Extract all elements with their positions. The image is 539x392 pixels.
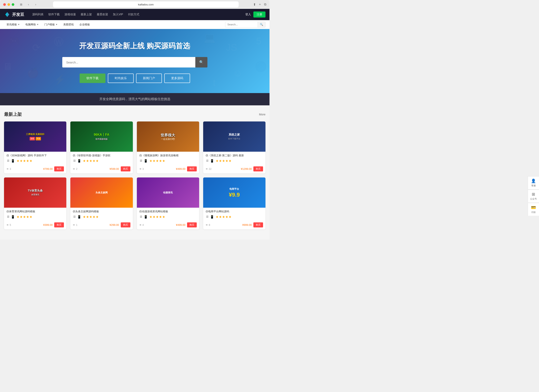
product-name-3: 仿《懂视旅游网》旅游资讯攻略模 [139,154,197,157]
subnav-diannao[interactable]: 电脑网络 ▼ [23,22,41,27]
hero-search-button[interactable]: 🔍 [195,57,207,67]
device-icons-7: 🖥 📱 [139,215,148,219]
product-grid-row2: TV体育头条 体育资讯 仿体育资讯网站源码模板 🖥 📱 ★ ★ [4,177,265,229]
product-image-1: 三界轮回·见面回归 游戏 手游 [4,122,66,152]
mobile-icon: 📱 [144,159,148,163]
tabs-icon[interactable]: ⧉ [264,3,266,6]
sub-nav-search-input[interactable] [225,23,258,26]
minimize-dot[interactable] [7,3,10,6]
mobile-icon: 📱 [210,159,214,163]
device-icons-1: 🖥 📱 [6,159,15,163]
buy-button-8[interactable]: 购买 [253,222,263,227]
new-tab-icon[interactable]: + [259,3,261,6]
nav-yuanma[interactable]: 源码列表 [32,13,43,16]
product-name-5: 仿体育资讯网站源码模板 [6,210,64,213]
product-card-1[interactable]: 三界轮回·见面回归 游戏 手游 仿《3DM游戏网》源码 手游软件下 🖥 📱 [4,122,66,173]
eye-icon: 👁 [139,168,142,170]
close-dot[interactable] [3,3,6,6]
hero-search-input[interactable] [62,57,195,67]
product-views-3: 👁 3 [139,168,144,170]
logo-icon [4,11,10,18]
subnav-meitubizhi[interactable]: 美图壁纸 [61,22,76,27]
hero-title: 开发豆源码全新上线 购买源码首选 [4,41,265,51]
hero-btn-more[interactable]: 更多源码 [164,74,190,83]
sub-navigation: 资讯模板 ▼ 电脑网络 ▼ 门户模板 ▼ 美图壁纸 企业模板 🔍 [0,20,270,29]
subnav-diannao-label: 电脑网络 [25,23,36,26]
product-grid-row1: 三界轮回·见面回归 游戏 手游 仿《3DM游戏网》源码 手游软件下 🖥 📱 [4,122,265,173]
sidebar-toggle-btn[interactable]: ⊞ [18,2,24,6]
hero-btn-news[interactable]: 新闻门户 [136,74,162,83]
mobile-icon: 📱 [210,215,214,219]
register-button[interactable]: 注册 [253,11,265,18]
product-footer-5: 👁 5 ¥399.00 购买 [4,222,66,229]
url-text: kaifadou.com [138,3,154,6]
product-card-4[interactable]: 系统之家 软件下载平台 仿《系统之家-第二版》源码 最新 🖥 📱 ★ ★ [203,122,265,173]
eye-icon: 👁 [73,224,75,227]
device-icons-5: 🖥 📱 [6,215,15,219]
subnav-qiye-label: 企业模板 [79,23,90,26]
product-card-3[interactable]: 世界很大 一起去旅行吧! 仿《懂视旅游网》旅游资讯攻略模 🖥 📱 ★ ★ [137,122,199,173]
subnav-menhu-arrow: ▼ [56,23,58,26]
product-card-8[interactable]: 电商平台 ¥9.9 仿电商平台网站源码 🖥 📱 ★ ★ [203,177,265,229]
hero-btn-fashion[interactable]: 时尚娱乐 [108,74,134,83]
product-footer-8: 👁 8 ¥999.00 购买 [203,222,265,229]
device-icons-3: 🖥 📱 [139,159,148,163]
product-image-3: 世界很大 一起去旅行吧! [137,122,199,152]
product-name-4: 仿《系统之家-第二版》源码 最新 [206,154,263,157]
nav-ruanjian[interactable]: 软件下载 [48,13,60,16]
forward-btn[interactable]: › [33,2,38,6]
product-card-7[interactable]: 动漫资讯 仿动漫游戏资讯网站模板 🖥 📱 ★ ★ ★ [137,177,199,229]
nav-fukuan[interactable]: 付款方式 [128,13,139,16]
subnav-qiye[interactable]: 企业模板 [77,22,92,27]
buy-button-5[interactable]: 购买 [54,222,64,227]
product-price-5: ¥399.00 [43,223,53,227]
logo[interactable]: 开发豆 [4,11,24,18]
eye-icon: 👁 [6,168,9,170]
share-icon[interactable]: ⬆ [253,3,256,6]
product-views-8: 👁 8 [206,224,210,227]
product-meta-4: 🖥 📱 ★ ★ ★ ★ ★ [206,159,263,163]
mobile-icon: 📱 [11,159,15,163]
nav-vip[interactable]: 加入VIP [113,13,123,16]
product-card-6[interactable]: 头条文娱网 仿头条文娱网源码模板 🖥 📱 ★ ★ ★ [70,177,133,229]
maximize-dot[interactable] [12,3,14,6]
star-rating-7: ★ ★ ★ ★ ★ [149,215,165,219]
subnav-zixun[interactable]: 资讯模板 ▼ [4,22,22,27]
nav-zuishou[interactable]: 最受欢迎 [97,13,108,16]
more-link[interactable]: More [259,113,265,116]
buy-button-4[interactable]: 购买 [253,166,263,171]
product-views-6: 👁 1 [73,224,77,227]
product-info-2: 仿《绿茶软件园-游戏版》手游软 🖥 📱 ★ ★ ★ ★ ★ [70,152,133,166]
mobile-icon: 📱 [77,215,81,219]
buy-button-6[interactable]: 购买 [121,222,130,227]
nav-zuixin[interactable]: 最新上架 [81,13,92,16]
buy-button-3[interactable]: 购买 [187,166,197,171]
product-card-5[interactable]: TV体育头条 体育资讯 仿体育资讯网站源码模板 🖥 📱 ★ ★ [4,177,66,229]
product-info-4: 仿《系统之家-第二版》源码 最新 🖥 📱 ★ ★ ★ ★ ★ [203,152,265,166]
address-bar[interactable]: kaifadou.com [53,1,239,7]
price-buy-7: ¥499.00 购买 [176,222,197,227]
nav-youxi[interactable]: 游戏动漫 [64,13,76,16]
product-info-1: 仿《3DM游戏网》源码 手游软件下 🖥 📱 ★ ★ ★ ★ ★ [4,152,66,166]
login-button[interactable]: 登入 [245,13,251,16]
browser-action-buttons: ⬆ + ⧉ [253,3,266,6]
product-card-2[interactable]: 96KA丨FA 软件园游戏版 仿《绿茶软件园-游戏版》手游软 🖥 📱 ★ ★ [70,122,133,173]
product-footer-3: 👁 3 ¥499.00 购买 [137,166,199,173]
buy-button-7[interactable]: 购买 [187,222,197,227]
desktop-icon: 🖥 [206,159,209,163]
product-image-6: 头条文娱网 [70,177,133,208]
buy-button-1[interactable]: 购买 [54,166,64,171]
product-meta-3: 🖥 📱 ★ ★ ★ ★ ★ [139,159,197,163]
sub-nav-search-button[interactable]: 🔍 [258,22,265,27]
svg-marker-1 [7,12,9,17]
product-footer-7: 👁 4 ¥499.00 购买 [137,222,199,229]
product-views-2: 👁 2 [73,168,77,170]
desktop-icon: 🖥 [73,215,76,219]
subnav-menhu[interactable]: 门户模板 ▼ [42,22,60,27]
hero-btn-software[interactable]: 软件下载 [80,74,106,83]
back-btn[interactable]: ‹ [26,2,31,6]
star-rating-1: ★ ★ ★ ★ ★ [17,159,32,163]
star-rating-8: ★ ★ ★ ★ ★ [216,215,231,219]
buy-button-2[interactable]: 购买 [121,166,130,171]
desktop-icon: 🖥 [6,215,10,219]
